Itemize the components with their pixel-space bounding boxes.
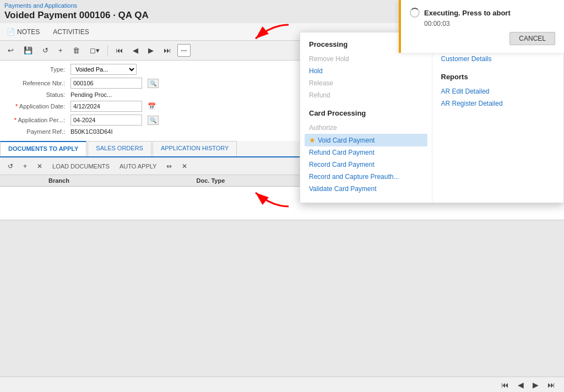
tab-activities[interactable]: ACTIVITIES	[51, 28, 91, 36]
tab-notes[interactable]: 📄 NOTES	[4, 28, 42, 36]
ar-register-detailed-item[interactable]: AR Register Detailed	[441, 97, 555, 110]
refund-card-payment-item[interactable]: Refund Card Payment	[309, 146, 423, 159]
app-per-input[interactable]	[70, 115, 142, 126]
dropdown-left-col: Processing Remove Hold Hold Release Refu…	[300, 32, 432, 203]
validate-card-payment-item[interactable]: Validate Card Payment	[309, 183, 423, 195]
authorize-item[interactable]: Authorize	[309, 122, 423, 134]
record-capture-item[interactable]: Record and Capture Preauth...	[309, 171, 423, 183]
pay-ref-label: Payment Ref.:	[4, 128, 65, 135]
executing-panel: Executing. Press to abort 00:00:03 CANCE…	[399, 0, 564, 53]
prev-button[interactable]: ◀	[129, 44, 142, 57]
type-label: Type:	[4, 66, 65, 73]
col-branch: Branch	[46, 177, 194, 184]
dropdown-menu: Processing Remove Hold Hold Release Refu…	[300, 32, 564, 203]
refresh-btn[interactable]: ↺	[4, 161, 17, 172]
pag-last[interactable]: ⏭	[544, 379, 558, 390]
pag-first[interactable]: ⏮	[498, 379, 512, 390]
auto-apply-btn[interactable]: AUTO APPLY	[116, 161, 160, 171]
tab-sales-orders[interactable]: SALES ORDERS	[88, 141, 151, 156]
save-button[interactable]: 💾	[20, 44, 36, 57]
form-left: Type: Voided Pa... Reference Nbr.: 🔍 Sta…	[4, 64, 276, 138]
remove-row-btn[interactable]: ✕	[34, 161, 46, 172]
next-button[interactable]: ▶	[145, 44, 157, 57]
void-card-payment-item[interactable]: ★ Void Card Payment	[305, 134, 427, 146]
col-clip	[13, 177, 24, 184]
separator	[107, 45, 108, 56]
star-icon: ★	[309, 136, 316, 144]
status-label: Status:	[4, 91, 65, 98]
last-button[interactable]: ⏭	[160, 44, 174, 57]
col-check	[2, 177, 13, 184]
executing-time: 00:00:03	[410, 20, 555, 28]
app-per-label: Application Per...:	[4, 117, 65, 123]
ref-search-icon[interactable]: 🔍	[148, 79, 159, 88]
calendar-icon[interactable]: 📅	[148, 102, 156, 110]
notes-icon: 📄	[7, 28, 15, 36]
dropdown-right-col: Inquiries Customer Details Reports AR Ed…	[432, 32, 564, 203]
executing-text[interactable]: Executing. Press to abort	[424, 9, 511, 17]
copy-button[interactable]: ◻▾	[86, 44, 103, 57]
load-documents-btn[interactable]: LOAD DOCUMENTS	[49, 161, 113, 171]
ref-input[interactable]	[70, 78, 142, 89]
customer-details-item[interactable]: Customer Details	[441, 53, 555, 65]
more-button[interactable]: ···	[177, 44, 191, 57]
pag-next[interactable]: ▶	[529, 379, 542, 390]
reports-title: Reports	[441, 73, 555, 81]
bottom-bar: ⏮ ◀ ▶ ⏭	[0, 377, 564, 392]
pag-prev[interactable]: ◀	[514, 379, 527, 390]
cancel-button[interactable]: CANCEL	[509, 32, 555, 45]
card-processing-title: Card Processing	[309, 109, 423, 117]
fit-columns-btn[interactable]: ⇔	[163, 161, 175, 172]
refund-item[interactable]: Refund	[309, 89, 423, 101]
clear-filter-btn[interactable]: ✕	[178, 161, 191, 172]
app-per-search-icon[interactable]: 🔍	[148, 116, 159, 125]
tab-documents[interactable]: DOCUMENTS TO APPLY	[0, 141, 86, 156]
pay-ref-value: B50K1C03D64I	[70, 128, 112, 135]
add-button[interactable]: +	[55, 44, 66, 57]
undo-button[interactable]: ↺	[39, 44, 52, 57]
record-card-payment-item[interactable]: Record Card Payment	[309, 159, 423, 171]
tab-app-history[interactable]: APPLICATION HISTORY	[153, 141, 237, 156]
delete-button[interactable]: 🗑	[69, 44, 83, 57]
ar-edit-detailed-item[interactable]: AR Edit Detailed	[441, 85, 555, 97]
release-item[interactable]: Release	[309, 77, 423, 89]
app-date-input[interactable]	[70, 101, 142, 112]
app-date-label: Application Date:	[4, 103, 65, 110]
back-button[interactable]: ↩	[4, 44, 17, 57]
col-doc	[24, 177, 35, 184]
col-small	[35, 177, 46, 184]
remove-hold-item[interactable]: Remove Hold	[309, 53, 423, 65]
add-row-btn[interactable]: +	[20, 161, 30, 172]
ref-label: Reference Nbr.:	[4, 80, 65, 86]
status-value: Pending Proc...	[70, 91, 112, 98]
first-button[interactable]: ⏮	[112, 44, 126, 57]
type-select[interactable]: Voided Pa...	[70, 64, 137, 75]
hold-item[interactable]: Hold	[309, 65, 423, 77]
executing-spinner	[410, 8, 420, 18]
